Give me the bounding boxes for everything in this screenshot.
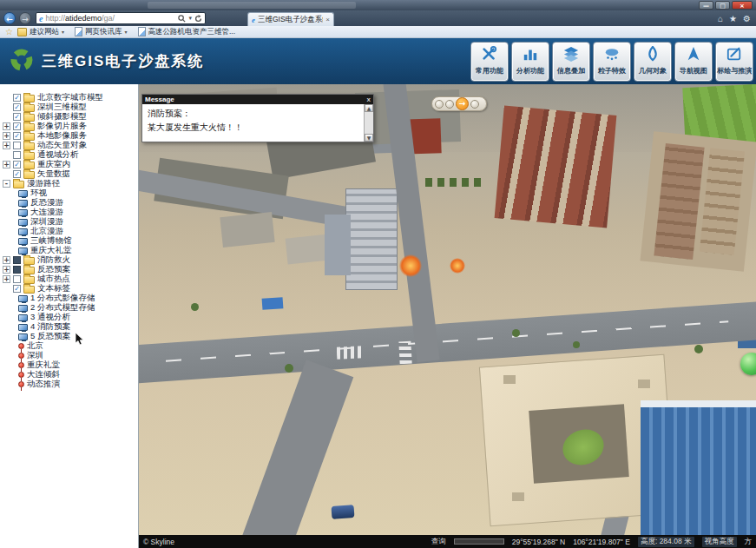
navigation-pill-control[interactable]: →: [431, 96, 487, 111]
checkbox-checked[interactable]: ✓: [13, 113, 21, 121]
pill-button-3[interactable]: [470, 100, 479, 109]
expander-spacer: [3, 170, 10, 178]
close-button[interactable]: ×: [732, 1, 753, 10]
message-popup[interactable]: Message x 消防预案：某大厦发生重大火情！！ ▲ ▼: [141, 94, 374, 142]
pill-button-2[interactable]: [445, 100, 454, 109]
checkbox-unchecked[interactable]: [13, 275, 21, 283]
expand-icon[interactable]: +: [3, 132, 10, 140]
checkbox-checked[interactable]: ✓: [13, 94, 21, 102]
status-altitude: 高度: 284.08 米: [638, 537, 694, 547]
favorites-bar-item[interactable]: 建议网站▾: [17, 27, 64, 37]
browser-tab[interactable]: e 三维GIS电子沙盘系统 ×: [247, 12, 334, 26]
loading-progress-bar: [454, 538, 504, 545]
toolbar-button-6[interactable]: 导航视图: [674, 42, 713, 82]
pill-play-button[interactable]: →: [456, 97, 469, 110]
message-popup-titlebar[interactable]: Message x: [142, 95, 373, 104]
back-button[interactable]: ←: [3, 12, 16, 24]
tree-item[interactable]: 环视: [0, 188, 138, 198]
toolbar-button-7[interactable]: 标绘与推演: [715, 42, 753, 82]
add-favorite-star-icon[interactable]: ☆: [5, 27, 13, 36]
favorites-bar-item[interactable]: 网页快讯库▾: [75, 27, 128, 37]
toolbar-button-5[interactable]: 几何对象: [634, 42, 672, 82]
tree-item[interactable]: 重庆礼堂: [0, 360, 138, 370]
expand-icon[interactable]: +: [3, 266, 10, 274]
folder-icon: [23, 162, 35, 169]
folder-icon: [23, 114, 35, 122]
checkbox-partial[interactable]: [13, 256, 21, 264]
status-latitude: 29°55'19.268" N: [512, 538, 565, 546]
maximize-button[interactable]: □: [715, 1, 730, 10]
search-icon[interactable]: [178, 10, 186, 26]
collapse-icon[interactable]: -: [3, 180, 10, 188]
toolbar-button-2[interactable]: 分析功能: [511, 42, 549, 82]
pill-button-1[interactable]: [435, 100, 444, 109]
checkbox-checked[interactable]: ✓: [13, 103, 21, 111]
expand-icon[interactable]: +: [3, 161, 10, 168]
address-bar[interactable]: e http://atidedemo/ga/ ▾: [36, 12, 206, 24]
checkbox-unchecked[interactable]: [13, 151, 21, 159]
url-text[interactable]: http://atidedemo/ga/: [45, 14, 178, 23]
favorites-icon[interactable]: ★: [729, 14, 737, 23]
refresh-icon[interactable]: [194, 10, 202, 26]
roof-vent: [512, 492, 524, 501]
monitor-icon: [18, 314, 28, 321]
tree-item-label[interactable]: 动态推演: [27, 379, 60, 390]
expand-icon[interactable]: +: [3, 275, 10, 283]
checkbox-unchecked[interactable]: [13, 142, 21, 149]
toolbar-button-4[interactable]: 粒子特效: [593, 42, 631, 82]
favorites-item-label: 高速公路机电资产三维管...: [148, 27, 236, 37]
monitor-icon: [18, 190, 28, 197]
tree-item[interactable]: 大连漫游: [0, 208, 138, 217]
tree-item[interactable]: 动态推演: [0, 380, 138, 389]
toolbar-button-1[interactable]: 常用功能: [470, 42, 509, 82]
tree-item[interactable]: 深圳: [0, 351, 138, 360]
tree-item[interactable]: -漫游路径: [0, 179, 138, 188]
chevron-down-icon: ▾: [124, 29, 127, 35]
map-3d-view[interactable]: Message x 消防预案：某大厦发生重大火情！！ ▲ ▼ →: [139, 84, 756, 535]
scroll-down-icon[interactable]: ▼: [365, 134, 373, 142]
checkbox-checked[interactable]: ✓: [13, 170, 21, 178]
monitor-icon: [18, 219, 28, 226]
checkbox-checked[interactable]: ✓: [13, 132, 21, 140]
tree-item[interactable]: 北京: [0, 341, 138, 351]
address-dropdown-icon[interactable]: ▾: [188, 15, 192, 22]
window-titlebar[interactable]: — □ ×: [0, 0, 756, 10]
monitor-icon: [18, 324, 28, 331]
expand-icon[interactable]: +: [3, 256, 10, 264]
favorites-bar: ☆ 建议网站▾网页快讯库▾高速公路机电资产三维管...: [0, 26, 756, 38]
message-close-icon[interactable]: x: [367, 96, 371, 103]
layers-icon: [562, 46, 581, 65]
tree-item[interactable]: 反恐漫游: [0, 198, 138, 208]
tree-item[interactable]: ✓矢量数据: [0, 169, 138, 179]
building-tower: [345, 188, 398, 290]
tree-item[interactable]: 大连倾斜: [0, 370, 138, 380]
building-awning: [262, 297, 284, 310]
expand-icon[interactable]: +: [3, 142, 10, 149]
expand-icon[interactable]: +: [3, 122, 10, 130]
home-icon[interactable]: ⌂: [718, 14, 723, 23]
folder-icon: [23, 286, 35, 294]
tab-close-icon[interactable]: ×: [325, 16, 330, 23]
map-navigation-sphere[interactable]: [740, 353, 756, 375]
checkbox-partial[interactable]: [13, 266, 21, 274]
favorites-bar-item[interactable]: 高速公路机电资产三维管...: [138, 27, 236, 37]
layer-tree-panel[interactable]: ✓北京数字城市模型✓深圳三维模型✓倾斜摄影模型+✓影像切片服务+✓本地影像服务+…: [0, 84, 139, 548]
tree-item[interactable]: 5 反恐预案: [0, 332, 138, 341]
monitor-icon: [18, 305, 28, 312]
checkbox-checked[interactable]: ✓: [13, 122, 21, 130]
app-logo-icon: [9, 47, 35, 76]
tools-icon: [480, 46, 499, 65]
forward-button[interactable]: →: [19, 12, 31, 24]
minimize-button[interactable]: —: [699, 1, 713, 10]
tree-item[interactable]: 深圳漫游: [0, 217, 138, 227]
checkbox-checked[interactable]: ✓: [13, 285, 21, 293]
scroll-up-icon[interactable]: ▲: [365, 104, 373, 112]
toolbar-button-3[interactable]: 信息叠加: [552, 42, 590, 82]
message-scrollbar[interactable]: ▲ ▼: [364, 104, 373, 142]
tree: [191, 303, 199, 311]
expander-spacer: [3, 113, 10, 121]
settings-gear-icon[interactable]: ⚙: [743, 14, 751, 23]
checkbox-checked[interactable]: ✓: [13, 161, 21, 168]
toolbar-button-label: 几何对象: [639, 66, 667, 76]
toolbar-button-label: 标绘与推演: [717, 66, 752, 76]
